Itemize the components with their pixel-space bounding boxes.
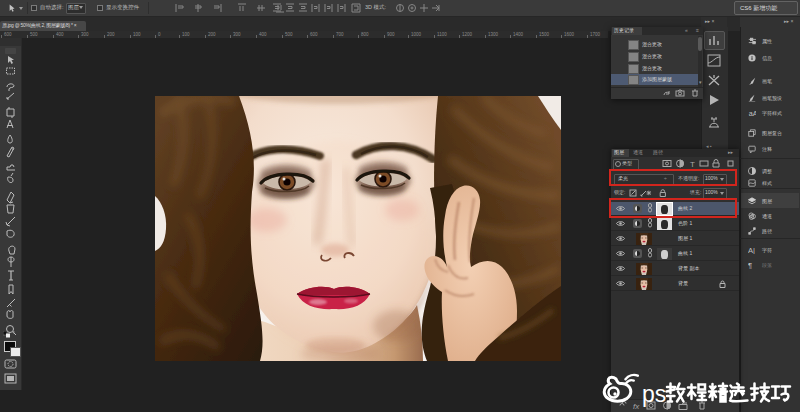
svg-text:ps: ps [642,381,666,407]
svg-text:T: T [690,160,695,168]
svg-text:aA: aA [749,109,756,117]
svg-text:¶: ¶ [748,261,752,269]
svg-text:A|: A| [748,246,755,254]
